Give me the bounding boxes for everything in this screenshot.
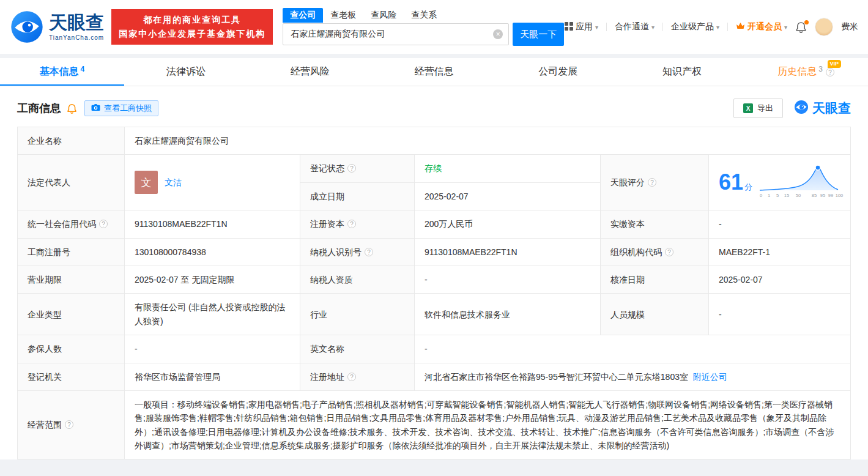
nav-partners[interactable]: 合作通道 ▾ [615,21,655,32]
chevron-down-icon: ▾ [784,24,787,31]
tab-operating-info[interactable]: 经营信息 [372,58,496,86]
header-separator [0,54,868,58]
slogan-banner: 都在用的商业查询工具 国家中小企业发展子基金旗下机构 [111,9,273,45]
field-label: 成立日期 [300,182,415,210]
top-bar: 天眼查 TianYanCha.com 都在用的商业查询工具 国家中小企业发展子基… [0,0,868,54]
field-label: 企业类型 [18,294,125,335]
search-input[interactable] [283,23,509,45]
score-value: 61分 [719,171,752,194]
help-icon[interactable]: ? [648,178,656,187]
field-label: 纳税人识别号? [300,238,415,266]
tab-company-development[interactable]: 公司发展 [496,58,620,86]
svg-text:50: 50 [796,193,801,198]
field-label: 组织机构代码? [601,238,709,266]
user-avatar[interactable] [815,18,833,36]
svg-text:100: 100 [836,193,844,198]
legal-rep-cell: 文 文洁 [125,155,300,210]
table-row: 企业类型 有限责任公司 (非自然人投资或控股的法人独资) 行业 软件和信息技术服… [18,294,851,335]
nav-divider [727,23,728,31]
company-name-value: 石家庄耀渥商贸有限公司 [125,127,851,155]
export-button[interactable]: X 导出 [733,99,783,118]
insured-count-value: - [125,335,300,363]
field-label: 注册地址? [300,363,415,390]
company-type-value: 有限责任公司 (非自然人投资或控股的法人独资) [125,294,300,335]
nav-enterprise[interactable]: 企业级产品 ▾ [671,21,719,32]
table-row: 经营范围? 一般项目：移动终端设备销售;家用电器销售;电子产品销售;照相机及器材… [18,390,851,459]
logo-brand-text: 天眼查 [49,13,104,32]
nav-divider [606,23,607,31]
table-row: 法定代表人 文 文洁 登记状态? 存续 天眼评分? 61分 [18,155,851,182]
notification-dot [804,20,809,24]
help-icon[interactable]: ? [826,68,834,76]
nav-open-vip[interactable]: 开通会员 ▾ [736,21,787,32]
svg-text:5: 5 [776,193,779,198]
search-button[interactable]: 天眼一下 [513,23,564,46]
nav-apps-label: 应用 [576,21,593,32]
field-label: 注册资本? [300,210,415,238]
excel-icon: X [743,103,753,113]
nearby-companies-link[interactable]: 附近公司 [693,372,727,382]
tab-intellectual-property[interactable]: 知识产权 [620,58,744,86]
svg-text:15: 15 [784,193,789,198]
legal-rep-link[interactable]: 文洁 [165,176,182,189]
score-distribution-chart: 0 1 5 15 50 85 95 99 100 [757,162,844,203]
svg-text:99: 99 [828,193,833,198]
table-row: 工商注册号 130108000784938 纳税人识别号? 91130108MA… [18,238,851,266]
tianyancha-eye-icon [10,10,44,44]
notification-bell-icon[interactable] [795,21,807,33]
clear-search-icon[interactable]: × [493,29,503,39]
search-tabs: 查公司 查老板 查风险 查关系 [283,8,564,23]
table-row: 登记机关 裕华区市场监督管理局 注册地址? 河北省石家庄市裕华区仓裕路95-95… [18,363,851,390]
help-icon[interactable]: ? [347,220,356,228]
help-icon[interactable]: ? [99,220,108,228]
tab-history-info[interactable]: VIP 历史信息 3 ? [744,58,868,86]
search-tab-relation[interactable]: 查关系 [404,8,444,23]
help-icon[interactable]: ? [347,164,356,173]
snapshot-button[interactable]: 查看工商快照 [84,100,158,116]
subscribe-bell-icon[interactable] [67,103,77,114]
page: 天眼查 TianYanCha.com 都在用的商业查询工具 国家中小企业发展子基… [0,0,868,466]
help-icon[interactable]: ? [347,373,356,381]
nav-apps[interactable]: 应用 ▾ [565,21,598,32]
reg-capital-value: 200万人民币 [415,210,601,238]
legal-rep-avatar[interactable]: 文 [135,171,158,194]
bottom-strip [0,459,868,466]
field-label: 参保人数 [18,335,125,363]
search-tab-risk[interactable]: 查风险 [363,8,404,23]
tab-operating-risk[interactable]: 经营风险 [248,58,372,86]
watermark-text: 天眼查 [812,100,851,117]
username[interactable]: 费米 [841,21,858,32]
table-row: 统一社会信用代码? 91130108MAEB22FT1N 注册资本? 200万人… [18,210,851,238]
help-icon[interactable]: ? [365,248,373,256]
search-tab-boss[interactable]: 查老板 [323,8,363,23]
field-label: 工商注册号 [18,238,125,266]
apps-grid-icon [565,22,573,32]
tab-history-count: 3 [818,65,823,73]
help-icon[interactable]: ? [65,420,73,429]
business-info-header: 工商信息 查看工商快照 X 导出 天眼查 [17,99,851,118]
tab-basic-info[interactable]: 基本信息 4 [0,58,124,86]
staff-size-value: - [709,294,851,335]
field-label: 登记状态? [300,155,415,182]
field-label: 人员规模 [601,294,709,335]
top-nav: 应用 ▾ 合作通道 ▾ 企业级产品 ▾ 开通会员 ▾ [565,18,858,36]
chevron-down-icon: ▾ [595,24,598,31]
taxpayer-id-value: 91130108MAEB22FT1N [415,238,601,266]
table-row: 企业名称 石家庄耀渥商贸有限公司 [18,127,851,155]
search-tab-company[interactable]: 查公司 [283,8,323,23]
slogan-line2: 国家中小企业发展子基金旗下机构 [119,27,265,41]
field-label: 登记机关 [18,363,125,390]
english-name-value: - [415,335,851,363]
field-label: 天眼评分? [601,155,709,210]
company-tab-bar: 基本信息 4 法律诉讼 经营风险 经营信息 公司发展 知识产权 VIP 历史信息… [0,58,868,86]
tianyancha-logo[interactable]: 天眼查 TianYanCha.com [10,10,104,44]
approval-date-value: 2025-02-07 [709,266,851,293]
field-label: 纳税人资质 [300,266,415,293]
tab-legal-proceedings[interactable]: 法律诉讼 [124,58,248,86]
chevron-down-icon: ▾ [651,24,655,31]
help-icon[interactable]: ? [665,248,673,256]
org-code-value: MAEB22FT-1 [709,238,851,266]
field-label: 英文名称 [300,335,415,363]
field-label: 营业期限 [18,266,125,293]
score-cell: 61分 0 [709,155,851,210]
